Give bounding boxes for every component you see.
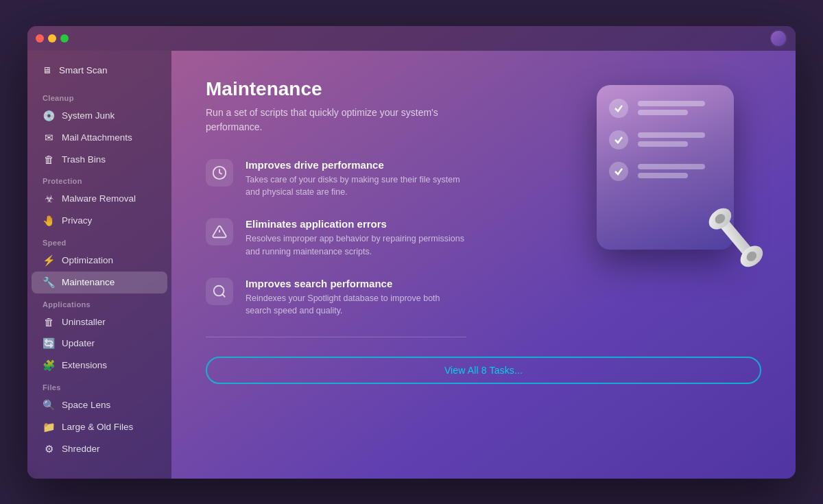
large-files-icon: 📁 <box>43 421 55 433</box>
sidebar-section-cleanup: Cleanup <box>27 87 171 105</box>
features-list: Improves drive performance Takes care of… <box>206 159 466 318</box>
sidebar-item-label: Malware Removal <box>62 193 136 204</box>
check-line <box>638 173 688 178</box>
maintenance-icon: 🔧 <box>43 276 55 289</box>
feature-app-errors-text: Eliminates application errors Resolves i… <box>246 218 466 259</box>
feature-search-performance-title: Improves search performance <box>246 278 466 289</box>
feature-drive-performance-title: Improves drive performance <box>246 159 466 171</box>
check-line <box>638 141 688 147</box>
sidebar-section-protection: Protection <box>27 170 171 188</box>
extensions-icon: 🧩 <box>43 359 55 372</box>
divider <box>206 337 466 337</box>
sidebar-item-mail-attachments[interactable]: ✉ Mail Attachments <box>32 127 167 149</box>
avatar <box>771 31 786 46</box>
check-lines-3 <box>638 164 721 178</box>
main-content: Maintenance Run a set of scripts that qu… <box>171 51 796 479</box>
check-line <box>638 101 705 106</box>
shredder-icon: ⚙ <box>43 443 55 455</box>
traffic-lights <box>36 34 69 43</box>
feature-app-errors-title: Eliminates application errors <box>246 218 466 230</box>
smart-scan-icon: 🖥 <box>43 65 52 75</box>
sidebar-item-trash-bins[interactable]: 🗑 Trash Bins <box>32 149 167 170</box>
sidebar-item-label: Mail Attachments <box>62 132 132 143</box>
check-line <box>638 164 705 169</box>
sidebar-item-label: Privacy <box>62 215 92 226</box>
feature-search-performance-text: Improves search performance Reindexes yo… <box>246 278 466 318</box>
sidebar-section-speed: Speed <box>27 232 171 250</box>
sidebar-item-smart-scan[interactable]: 🖥 Smart Scan <box>32 59 167 82</box>
check-lines-1 <box>638 101 721 115</box>
sidebar-item-shredder[interactable]: ⚙ Shredder <box>32 438 167 460</box>
sidebar-item-extensions[interactable]: 🧩 Extensions <box>32 355 167 376</box>
sidebar-item-updater[interactable]: 🔄 Updater <box>32 333 167 355</box>
avatar-button[interactable] <box>770 29 787 47</box>
sidebar-section-applications: Applications <box>27 293 171 311</box>
trash-icon: 🗑 <box>43 154 55 165</box>
check-circle-3 <box>609 162 628 181</box>
sidebar-item-optimization[interactable]: ⚡ Optimization <box>32 250 167 272</box>
illustration <box>583 71 775 277</box>
search-performance-icon <box>206 278 233 305</box>
sidebar: 🖥 Smart Scan Cleanup 💿 System Junk ✉ Mai… <box>27 51 171 479</box>
feature-drive-performance-desc: Takes care of your disks by making sure … <box>246 173 466 200</box>
sidebar-item-label: Uninstaller <box>62 317 106 327</box>
sidebar-item-label: Smart Scan <box>59 65 108 75</box>
drive-performance-icon <box>206 159 233 187</box>
app-window: 🖥 Smart Scan Cleanup 💿 System Junk ✉ Mai… <box>27 26 796 479</box>
check-lines-2 <box>638 132 721 147</box>
feature-app-errors-desc: Resolves improper app behavior by repair… <box>246 232 466 259</box>
sidebar-section-files: Files <box>27 376 171 394</box>
feature-drive-performance-text: Improves drive performance Takes care of… <box>246 159 466 200</box>
privacy-icon: 🤚 <box>43 215 55 227</box>
mail-icon: ✉ <box>43 132 55 144</box>
feature-app-errors: Eliminates application errors Resolves i… <box>206 218 466 259</box>
sidebar-item-label: Large & Old Files <box>62 422 133 432</box>
sidebar-item-label: Extensions <box>62 360 107 370</box>
sidebar-item-maintenance[interactable]: 🔧 Maintenance <box>32 272 167 293</box>
app-body: 🖥 Smart Scan Cleanup 💿 System Junk ✉ Mai… <box>27 51 796 479</box>
sidebar-item-label: Trash Bins <box>62 154 106 165</box>
close-button[interactable] <box>36 34 44 43</box>
sidebar-item-system-junk[interactable]: 💿 System Junk <box>32 105 167 127</box>
view-all-button[interactable]: View All 8 Tasks... <box>206 357 761 384</box>
minimize-button[interactable] <box>48 34 56 43</box>
title-bar <box>27 26 796 51</box>
checklist-row-2 <box>609 130 721 149</box>
malware-icon: ☣ <box>43 193 55 205</box>
check-circle-1 <box>609 99 628 118</box>
checklist-row-3 <box>609 162 721 181</box>
feature-search-performance-desc: Reindexes your Spotlight database to imp… <box>246 292 466 318</box>
uninstaller-icon: 🗑 <box>43 316 55 328</box>
svg-line-4 <box>222 294 225 297</box>
optimization-icon: ⚡ <box>43 254 55 267</box>
sidebar-item-label: Updater <box>62 338 95 348</box>
check-line <box>638 110 688 115</box>
svg-point-3 <box>214 285 224 296</box>
sidebar-item-uninstaller[interactable]: 🗑 Uninstaller <box>32 311 167 333</box>
checklist-row-1 <box>609 99 721 118</box>
sidebar-item-malware-removal[interactable]: ☣ Malware Removal <box>32 188 167 210</box>
app-errors-icon <box>206 218 233 245</box>
check-circle-2 <box>609 130 628 149</box>
sidebar-item-privacy[interactable]: 🤚 Privacy <box>32 210 167 232</box>
feature-search-performance: Improves search performance Reindexes yo… <box>206 278 466 318</box>
updater-icon: 🔄 <box>43 337 55 350</box>
sidebar-item-label: System Junk <box>62 110 115 121</box>
sidebar-item-large-old-files[interactable]: 📁 Large & Old Files <box>32 416 167 438</box>
space-lens-icon: 🔍 <box>43 399 55 411</box>
sidebar-item-label: Optimization <box>62 255 113 265</box>
page-subtitle: Run a set of scripts that quickly optimi… <box>206 106 439 134</box>
sidebar-item-label: Shredder <box>62 444 100 454</box>
sidebar-item-label: Maintenance <box>62 277 115 287</box>
sidebar-item-label: Space Lens <box>62 400 110 410</box>
maximize-button[interactable] <box>60 34 69 43</box>
check-line <box>638 132 705 138</box>
system-junk-icon: 💿 <box>43 110 55 122</box>
wrench-illustration <box>693 195 782 284</box>
sidebar-item-space-lens[interactable]: 🔍 Space Lens <box>32 394 167 416</box>
feature-drive-performance: Improves drive performance Takes care of… <box>206 159 466 200</box>
